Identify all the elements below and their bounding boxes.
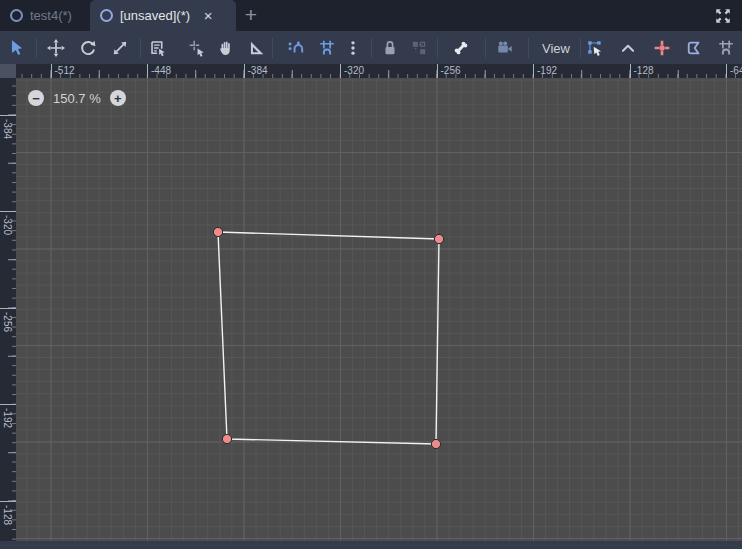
tab-test4[interactable]: test4(*) [0,0,90,31]
toolbar-separator [528,38,529,58]
rotate-tool[interactable] [75,35,101,61]
kebab-icon [344,39,362,57]
curve-handles-icon [619,39,637,57]
horizontal-scrollbar[interactable] [0,541,742,549]
close-shape-button[interactable] [681,35,707,61]
lock-icon [381,39,399,57]
list-select-icon [149,39,167,57]
grid-snap-icon [318,39,336,57]
distraction-free-button[interactable] [710,3,736,29]
ruler-tick-label: -192 [0,404,16,428]
ruler-icon [247,39,265,57]
toolbar-separator [580,38,581,58]
curve-handles-button[interactable] [615,35,641,61]
grid-snap-toggle[interactable] [314,35,340,61]
camera-icon [496,39,514,57]
canvas-viewport[interactable]: − 150.7 % + [16,78,742,541]
bone-icon [452,39,470,57]
smart-snap-icon [286,39,304,57]
rotate-icon [79,39,97,57]
camera-override-button[interactable] [492,35,518,61]
godot-2d-editor: test4(*) [unsaved](*) × + [0,0,742,549]
scale-icon [111,39,129,57]
view-menu-label: View [542,41,570,56]
toolbar-separator [371,38,372,58]
ruler-tick-label: -128 [0,501,16,525]
pivot-icon [188,39,206,57]
polygon-vertex-handle[interactable] [222,434,231,443]
snap-gray-icon [717,39,735,57]
toolbar-separator [272,38,273,58]
zoom-level[interactable]: 150.7 % [53,91,101,106]
ruler-tick-label: -256 [437,64,461,78]
tab-label: test4(*) [30,8,72,23]
ruler-top[interactable]: -512-448-384-320-256-192-128-64 [16,64,742,78]
ruler-left[interactable]: -384-320-256-192-128 [0,78,16,541]
ruler-tick-label: -64 [726,64,742,78]
group-button[interactable] [406,35,432,61]
close-shape-icon [685,39,703,57]
ruler-tick-label: -320 [340,64,364,78]
scene-tab-bar: test4(*) [unsaved](*) × + [0,0,742,31]
move-icon [47,39,65,57]
ruler-tick-label: -256 [0,308,16,332]
scene-icon [10,9,23,22]
move-tool[interactable] [43,35,69,61]
view-menu[interactable]: View [533,35,579,61]
edit-points-icon [586,39,604,57]
polygon-vertex-handle[interactable] [431,439,440,448]
group-icon [410,39,428,57]
toolbar-separator [485,38,486,58]
toolbar-separator [437,38,438,58]
select-tool[interactable] [4,35,30,61]
edit-points-button[interactable] [582,35,608,61]
pivot-tool[interactable] [184,35,210,61]
canvas-toolbar: View [0,31,742,64]
add-position-button[interactable] [649,35,675,61]
scene-icon [100,9,113,22]
smart-snap-toggle[interactable] [282,35,308,61]
ruler-tool[interactable] [243,35,269,61]
list-select-tool[interactable] [145,35,171,61]
ruler-tick-label: -320 [0,211,16,235]
new-tab-button[interactable]: + [238,2,264,28]
ruler-tick-label: -384 [244,64,268,78]
ruler-tick-label: -192 [533,64,557,78]
tab-label: [unsaved](*) [120,8,190,23]
ruler-tick-label: -128 [630,64,654,78]
polygon-svg [16,78,742,541]
pan-icon [217,39,235,57]
polygon-vertex-handle[interactable] [434,234,443,243]
distraction-free-icon [714,7,732,25]
ruler-tick-label: -448 [147,64,171,78]
toolbar-separator [140,38,141,58]
toolbar-separator [36,38,37,58]
scale-tool[interactable] [107,35,133,61]
lock-button[interactable] [377,35,403,61]
position-cross-icon [653,39,671,57]
select-icon [8,39,26,57]
snap-button[interactable] [713,35,739,61]
pan-tool[interactable] [213,35,239,61]
tab-unsaved[interactable]: [unsaved](*) × [90,0,236,31]
zoom-widget: − 150.7 % + [28,88,126,108]
ruler-corner [0,64,16,78]
polygon-vertex-handle[interactable] [213,227,222,236]
ruler-tick-label: -384 [0,115,16,139]
zoom-in-button[interactable]: + [110,90,126,106]
snap-options-menu[interactable] [340,35,366,61]
zoom-out-button[interactable]: − [28,90,44,106]
polygon-outline [218,232,439,444]
skeleton-button[interactable] [448,35,474,61]
close-icon[interactable]: × [199,7,217,25]
ruler-tick-label: -512 [51,64,75,78]
